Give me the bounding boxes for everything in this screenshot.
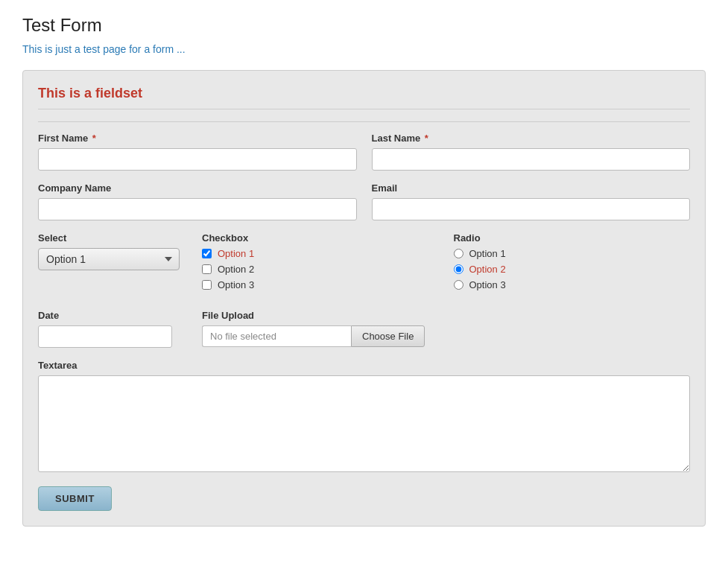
file-input-wrapper: No file selected Choose File <box>202 325 690 347</box>
company-name-input[interactable] <box>38 198 357 220</box>
divider <box>38 121 690 122</box>
date-group: Date <box>38 310 187 348</box>
date-input[interactable] <box>38 325 172 348</box>
date-upload-row: Date File Upload No file selected Choose… <box>38 310 690 348</box>
file-text-box: No file selected <box>202 325 351 347</box>
textarea-label: Textarea <box>38 360 690 371</box>
radio-label: Radio <box>454 232 691 244</box>
checkbox-item-3: Option 3 <box>202 279 439 290</box>
fieldset-legend: This is a fieldset <box>38 86 690 109</box>
checkbox-input-1[interactable] <box>202 249 212 258</box>
checkbox-label: Checkbox <box>202 232 439 244</box>
date-label: Date <box>38 310 187 321</box>
checkbox-item-2: Option 2 <box>202 264 439 275</box>
checkbox-option-1-label: Option 1 <box>218 248 254 259</box>
textarea-input[interactable] <box>38 375 690 472</box>
radio-input-1[interactable] <box>454 249 463 258</box>
first-name-label: First Name * <box>38 133 357 144</box>
name-row: First Name * Last Name * <box>38 133 690 171</box>
page-subtitle: This is just a test page for a form ... <box>22 43 706 55</box>
file-upload-group: File Upload No file selected Choose File <box>202 310 690 347</box>
checkbox-input-3[interactable] <box>202 280 212 290</box>
checkbox-input-2[interactable] <box>202 264 212 274</box>
textarea-group: Textarea <box>38 360 690 474</box>
radio-item-2: Option 2 <box>454 264 691 275</box>
checkbox-option-2-label: Option 2 <box>218 264 254 275</box>
radio-option-3-label: Option 3 <box>469 279 506 290</box>
company-name-group: Company Name <box>38 182 357 220</box>
last-name-required: * <box>422 133 428 144</box>
checkbox-option-3-label: Option 3 <box>218 279 254 290</box>
select-wrapper: Option 1 Option 2 Option 3 <box>38 248 180 270</box>
email-group: Email <box>372 182 691 220</box>
select-group: Select Option 1 Option 2 Option 3 <box>38 232 187 270</box>
radio-item-1: Option 1 <box>454 248 691 259</box>
fieldset-container: This is a fieldset First Name * Last Nam… <box>22 70 706 527</box>
checkbox-group: Checkbox Option 1 Option 2 Option 3 <box>202 232 439 295</box>
controls-row: Select Option 1 Option 2 Option 3 Checkb… <box>38 232 690 295</box>
checkbox-item-1: Option 1 <box>202 248 439 259</box>
email-label: Email <box>372 182 691 194</box>
choose-file-button[interactable]: Choose File <box>351 325 425 347</box>
page-title: Test Form <box>22 15 706 36</box>
last-name-input[interactable] <box>372 148 691 171</box>
file-upload-label: File Upload <box>202 310 690 321</box>
radio-input-2[interactable] <box>454 264 463 274</box>
last-name-group: Last Name * <box>372 133 691 171</box>
select-input[interactable]: Option 1 Option 2 Option 3 <box>38 248 180 270</box>
first-name-input[interactable] <box>38 148 357 171</box>
company-email-row: Company Name Email <box>38 182 690 220</box>
radio-option-1-label: Option 1 <box>469 248 506 259</box>
radio-item-3: Option 3 <box>454 279 691 290</box>
last-name-label: Last Name * <box>372 133 691 144</box>
select-label: Select <box>38 232 187 244</box>
first-name-group: First Name * <box>38 133 357 171</box>
company-name-label: Company Name <box>38 182 357 194</box>
radio-input-3[interactable] <box>454 280 463 290</box>
first-name-required: * <box>89 133 96 144</box>
radio-option-2-label: Option 2 <box>469 264 506 275</box>
radio-group: Radio Option 1 Option 2 Option 3 <box>454 232 691 295</box>
submit-button[interactable]: SUBMIT <box>38 486 112 511</box>
email-input[interactable] <box>372 198 691 220</box>
